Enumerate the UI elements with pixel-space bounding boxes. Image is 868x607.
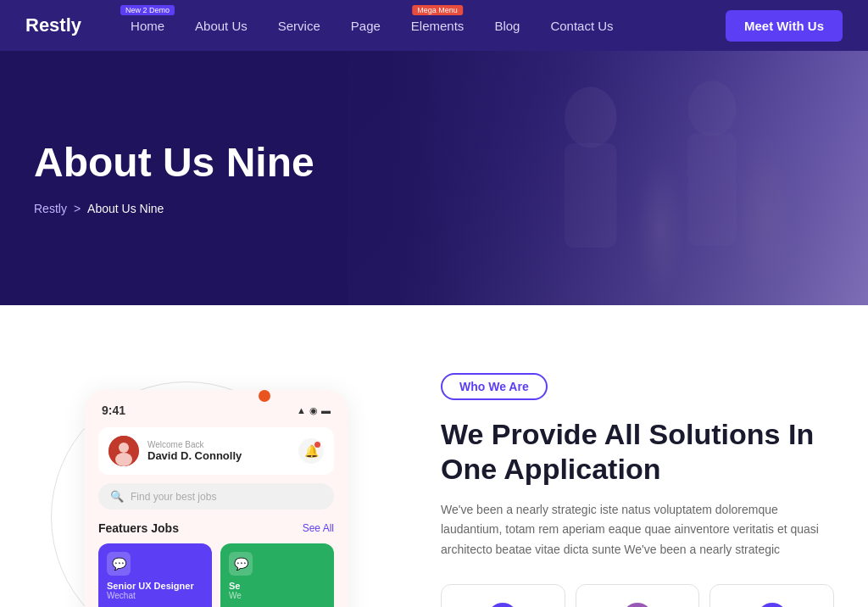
nav-item-elements[interactable]: Mega Menu Elements [396, 0, 480, 51]
nav-item-about[interactable]: About Us [180, 0, 263, 51]
nav-link-about[interactable]: About Us [195, 19, 248, 33]
nav-link-service[interactable]: Service [278, 19, 320, 33]
svg-point-5 [119, 443, 129, 453]
user-text: Welcome Back David D. Connolly [147, 440, 242, 462]
job-company-1: We [229, 591, 326, 600]
job-card-1[interactable]: 💬 Se We Part time [220, 543, 334, 607]
who-section-title: We Provide All Solutions In One Applicat… [441, 417, 834, 487]
job-cards-container: 💬 Senior UX Designer Wechat Part time Fu… [98, 543, 334, 607]
stat-icon-0: 👤 [487, 603, 518, 607]
cta-button[interactable]: Meet With Us [726, 10, 843, 42]
stat-card-1: ⭐ [576, 584, 700, 607]
hero-content: About Us Nine Restly > About Us Nine [34, 141, 314, 216]
nav-link-home[interactable]: Home [131, 19, 164, 33]
nav-item-home[interactable]: New 2 Demo Home [115, 0, 180, 51]
nav-links: New 2 Demo Home About Us Service Page Me… [115, 0, 726, 51]
user-name: David D. Connolly [147, 449, 242, 462]
jobs-section-title: Featuers Jobs [98, 521, 179, 535]
nav-item-page[interactable]: Page [336, 0, 396, 51]
job-card-0[interactable]: 💬 Senior UX Designer Wechat Part time Fu… [98, 543, 212, 607]
hero-title: About Us Nine [34, 141, 314, 186]
phone-status-bar: 9:41 ▲ ◉ ▬ [98, 404, 334, 417]
welcome-text: Welcome Back [147, 440, 242, 449]
job-card-icon-1: 💬 [229, 552, 253, 576]
who-title-line2: One Application [441, 453, 660, 485]
user-avatar [108, 436, 139, 466]
phone-status-icons: ▲ ◉ ▬ [297, 405, 331, 416]
phone-user-header: Welcome Back David D. Connolly 🔔 [98, 427, 334, 475]
nav-link-contact[interactable]: Contact Us [550, 19, 613, 33]
main-content: 9:41 ▲ ◉ ▬ [0, 305, 868, 607]
breadcrumb: Restly > About Us Nine [34, 202, 314, 215]
job-company-0: Wechat [107, 591, 203, 600]
user-info: Welcome Back David D. Connolly [108, 436, 242, 466]
jobs-section-header: Featuers Jobs See All [98, 521, 334, 535]
phone-section: 9:41 ▲ ◉ ▬ [34, 356, 390, 607]
search-placeholder-text: Find your best jobs [131, 491, 216, 503]
notification-bell[interactable]: 🔔 [298, 438, 324, 464]
hero-banner: About Us Nine Restly > About Us Nine [0, 51, 868, 305]
home-badge: New 2 Demo [120, 5, 175, 15]
notification-dot [314, 442, 320, 448]
who-we-are-section: Who We Are We Provide All Solutions In O… [441, 356, 834, 607]
nav-item-contact[interactable]: Contact Us [535, 0, 628, 51]
search-icon: 🔍 [110, 490, 124, 503]
nav-item-service[interactable]: Service [263, 0, 336, 51]
phone-time: 9:41 [102, 404, 125, 417]
stat-icon-1: ⭐ [622, 603, 653, 607]
nav-link-elements[interactable]: Elements [411, 19, 465, 33]
svg-point-6 [115, 453, 132, 466]
who-title-line1: We Provide All Solutions In [441, 418, 814, 450]
job-title-0: Senior UX Designer [107, 581, 203, 591]
breadcrumb-current: About Us Nine [87, 202, 164, 215]
nav-link-blog[interactable]: Blog [494, 19, 520, 33]
navbar: Restly New 2 Demo Home About Us Service … [0, 0, 868, 51]
breadcrumb-separator: > [74, 202, 81, 215]
elements-badge: Mega Menu [412, 5, 463, 15]
brand-logo[interactable]: Restly [25, 14, 81, 36]
phone-search-bar[interactable]: 🔍 Find your best jobs [98, 483, 334, 510]
job-title-1: Se [229, 581, 326, 591]
nav-link-page[interactable]: Page [351, 19, 381, 33]
phone-mockup-card: 9:41 ▲ ◉ ▬ [85, 390, 348, 607]
job-card-icon-0: 💬 [107, 552, 131, 576]
stat-icon-2: 🔷 [757, 603, 787, 607]
signal-icon: ▲ [297, 405, 306, 415]
breadcrumb-home[interactable]: Restly [34, 202, 67, 215]
stat-card-0: 👤 [441, 584, 565, 607]
who-we-are-badge: Who We Are [441, 373, 548, 400]
battery-icon: ▬ [321, 405, 331, 415]
stat-card-2: 🔷 [709, 584, 834, 607]
see-all-link[interactable]: See All [303, 522, 334, 534]
who-description: We've been a nearly strategic iste natus… [441, 500, 834, 560]
wifi-icon: ◉ [309, 405, 318, 416]
nav-item-blog[interactable]: Blog [479, 0, 535, 51]
stats-row: 👤 ⭐ 🔷 [441, 584, 834, 607]
orange-dot-decoration [259, 390, 270, 402]
